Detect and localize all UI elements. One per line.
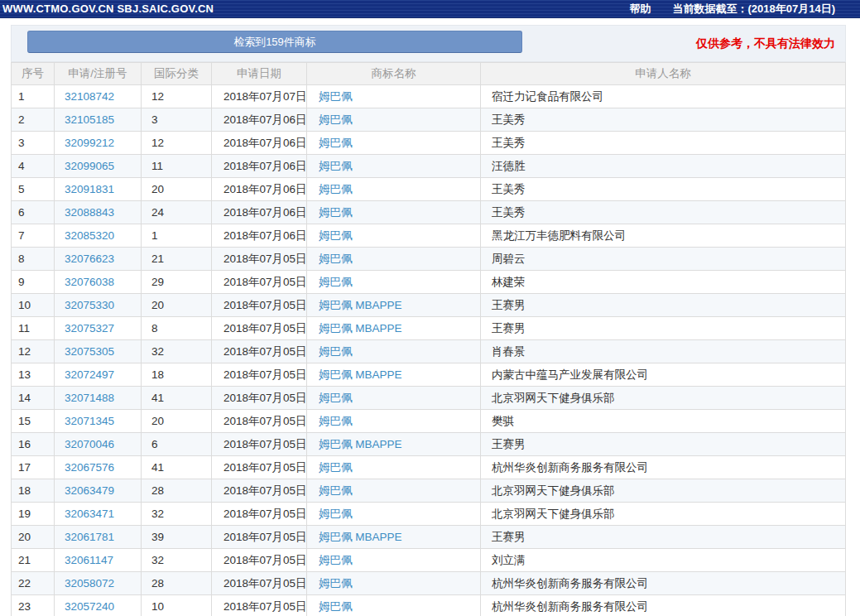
trademark-name-link[interactable]: 姆巴佩 MBAPPE xyxy=(319,368,402,381)
registration-number-link[interactable]: 32099212 xyxy=(65,137,114,149)
application-date-cell: 2018年07月05日 xyxy=(212,456,307,479)
intl-class-cell: 11 xyxy=(142,155,212,178)
trademark-name-link[interactable]: 姆巴佩 xyxy=(319,600,353,613)
application-date-cell: 2018年07月05日 xyxy=(212,526,307,549)
table-row: 20 32061781 39 2018年07月05日 姆巴佩 MBAPPE 王赛… xyxy=(12,526,846,549)
trademark-name-link[interactable]: 姆巴佩 xyxy=(319,276,353,288)
registration-number-link[interactable]: 32061147 xyxy=(65,554,113,566)
registration-number-link[interactable]: 32075330 xyxy=(65,299,114,311)
registration-number-link[interactable]: 32075327 xyxy=(65,322,114,334)
applicant-name-cell: 汪德胜 xyxy=(481,155,846,178)
application-date-cell: 2018年07月06日 xyxy=(212,155,307,178)
registration-number-link[interactable]: 32063471 xyxy=(65,508,114,520)
trademark-name-link[interactable]: 姆巴佩 xyxy=(319,461,353,474)
intl-class-cell: 32 xyxy=(142,503,212,526)
column-header-index: 序号 xyxy=(12,63,55,85)
registration-number-link[interactable]: 32067576 xyxy=(65,461,114,474)
help-link[interactable]: 帮助 xyxy=(630,2,651,17)
table-row: 19 32063471 32 2018年07月05日 姆巴佩 北京羽网天下健身俱… xyxy=(12,503,846,526)
applicant-name-cell: 王赛男 xyxy=(481,433,846,456)
trademark-name-link[interactable]: 姆巴佩 xyxy=(319,508,353,520)
row-index-cell: 18 xyxy=(12,479,55,503)
row-index-cell: 2 xyxy=(12,108,55,132)
trademark-name-link[interactable]: 姆巴佩 xyxy=(319,183,353,195)
registration-number-link[interactable]: 32071488 xyxy=(65,392,114,404)
table-row: 7 32085320 1 2018年07月06日 姆巴佩 黑龙江万丰德肥料有限公… xyxy=(12,224,846,248)
row-index-cell: 20 xyxy=(12,526,55,549)
column-header-mark: 商标名称 xyxy=(307,63,481,85)
column-header-date: 申请日期 xyxy=(212,63,307,85)
application-date-cell: 2018年07月05日 xyxy=(212,479,307,503)
applicant-name-cell: 内蒙古中蕴马产业发展有限公司 xyxy=(481,363,846,387)
table-row: 18 32063479 28 2018年07月05日 姆巴佩 北京羽网天下健身俱… xyxy=(12,479,846,503)
trademark-name-link[interactable]: 姆巴佩 MBAPPE xyxy=(319,299,402,311)
applicant-name-cell: 杭州华炎创新商务服务有限公司 xyxy=(481,572,846,595)
trademark-name-link[interactable]: 姆巴佩 xyxy=(319,229,353,242)
row-index-cell: 10 xyxy=(12,294,55,317)
trademark-name-link[interactable]: 姆巴佩 MBAPPE xyxy=(319,322,402,334)
row-index-cell: 7 xyxy=(12,224,55,248)
trademark-name-link[interactable]: 姆巴佩 MBAPPE xyxy=(319,438,402,450)
table-row: 3 32099212 12 2018年07月06日 姆巴佩 王美秀 xyxy=(12,132,846,155)
applicant-name-cell: 肖春景 xyxy=(481,340,846,363)
intl-class-cell: 20 xyxy=(142,294,212,317)
intl-class-cell: 18 xyxy=(142,363,212,387)
registration-number-link[interactable]: 32076623 xyxy=(65,253,114,265)
application-date-cell: 2018年07月06日 xyxy=(212,178,307,201)
registration-number-link[interactable]: 32071345 xyxy=(65,415,114,427)
registration-number-link[interactable]: 32075305 xyxy=(65,345,114,358)
trademark-name-link[interactable]: 姆巴佩 xyxy=(319,137,353,149)
intl-class-cell: 6 xyxy=(142,433,212,456)
intl-class-cell: 28 xyxy=(142,572,212,595)
trademark-name-link[interactable]: 姆巴佩 xyxy=(319,577,353,590)
intl-class-cell: 1 xyxy=(142,224,212,248)
registration-number-link[interactable]: 32099065 xyxy=(65,160,114,172)
table-row: 23 32057240 10 2018年07月05日 姆巴佩 杭州华炎创新商务服… xyxy=(12,595,846,616)
trademark-name-link[interactable]: 姆巴佩 xyxy=(319,415,353,427)
intl-class-cell: 41 xyxy=(142,456,212,479)
registration-number-link[interactable]: 32063479 xyxy=(65,484,114,497)
trademark-results-table: 序号 申请/注册号 国际分类 申请日期 商标名称 申请人名称 1 3210874… xyxy=(11,62,846,616)
trademark-name-link[interactable]: 姆巴佩 xyxy=(319,206,353,219)
trademark-name-link[interactable]: 姆巴佩 xyxy=(319,392,353,404)
trademark-name-link[interactable]: 姆巴佩 xyxy=(319,554,353,566)
registration-number-link[interactable]: 32091831 xyxy=(65,183,114,195)
application-date-cell: 2018年07月05日 xyxy=(212,294,307,317)
intl-class-cell: 21 xyxy=(142,248,212,271)
trademark-name-link[interactable]: 姆巴佩 MBAPPE xyxy=(319,531,402,543)
registration-number-link[interactable]: 32058072 xyxy=(65,577,114,590)
result-count-button[interactable]: 检索到159件商标 xyxy=(27,31,522,53)
application-date-cell: 2018年07月05日 xyxy=(212,387,307,410)
top-bar: WWW.CTMO.GOV.CN SBJ.SAIC.GOV.CN 帮助 当前数据截… xyxy=(0,0,860,18)
trademark-name-link[interactable]: 姆巴佩 xyxy=(319,484,353,497)
intl-class-cell: 8 xyxy=(142,317,212,340)
application-date-cell: 2018年07月06日 xyxy=(212,132,307,155)
table-row: 2 32105185 3 2018年07月06日 姆巴佩 王美秀 xyxy=(12,108,846,132)
registration-number-link[interactable]: 32088843 xyxy=(65,206,114,219)
column-header-reg-no: 申请/注册号 xyxy=(55,63,142,85)
registration-number-link[interactable]: 32105185 xyxy=(65,113,114,126)
registration-number-link[interactable]: 32108742 xyxy=(65,90,114,103)
registration-number-link[interactable]: 32057240 xyxy=(65,600,114,613)
application-date-cell: 2018年07月05日 xyxy=(212,433,307,456)
registration-number-link[interactable]: 32070046 xyxy=(65,438,114,450)
trademark-name-link[interactable]: 姆巴佩 xyxy=(319,90,353,103)
registration-number-link[interactable]: 32061781 xyxy=(65,531,114,543)
trademark-name-link[interactable]: 姆巴佩 xyxy=(319,113,353,126)
table-row: 17 32067576 41 2018年07月05日 姆巴佩 杭州华炎创新商务服… xyxy=(12,456,846,479)
trademark-name-link[interactable]: 姆巴佩 xyxy=(319,253,353,265)
row-index-cell: 21 xyxy=(12,549,55,572)
registration-number-link[interactable]: 32072497 xyxy=(65,368,114,381)
intl-class-cell: 20 xyxy=(142,410,212,433)
applicant-name-cell: 王美秀 xyxy=(481,178,846,201)
application-date-cell: 2018年07月05日 xyxy=(212,363,307,387)
row-index-cell: 19 xyxy=(12,503,55,526)
application-date-cell: 2018年07月05日 xyxy=(212,572,307,595)
trademark-name-link[interactable]: 姆巴佩 xyxy=(319,345,353,358)
row-index-cell: 16 xyxy=(12,433,55,456)
trademark-name-link[interactable]: 姆巴佩 xyxy=(319,160,353,172)
registration-number-link[interactable]: 32085320 xyxy=(65,229,114,242)
registration-number-link[interactable]: 32076038 xyxy=(65,276,114,288)
row-index-cell: 4 xyxy=(12,155,55,178)
row-index-cell: 1 xyxy=(12,85,55,108)
